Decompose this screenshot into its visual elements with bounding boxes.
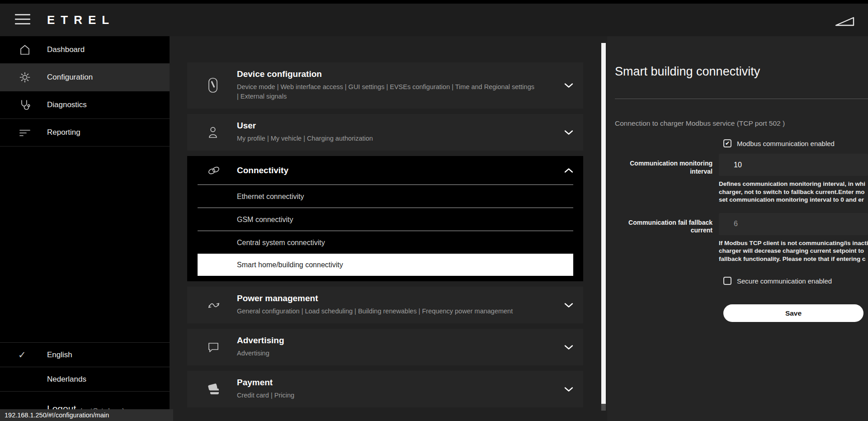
field-label: Communication fail fallback current — [615, 213, 712, 263]
section-device-configuration[interactable]: Device configuration Device mode | Web i… — [187, 62, 583, 109]
credit-cards-icon — [207, 383, 221, 396]
section-subtitle: General configuration | Load scheduling … — [237, 307, 556, 316]
field-communication-monitoring-interval: Communication monitoring interval Define… — [615, 154, 868, 204]
checkbox-label: Modbus communication enabled — [737, 140, 835, 147]
section-title: Connectivity — [237, 166, 288, 175]
section-user[interactable]: User My profile | My vehicle | Charging … — [187, 114, 583, 151]
chevron-up-icon[interactable] — [564, 168, 573, 173]
section-connectivity-expanded: Connectivity Ethernet connectivity GSM c… — [187, 156, 583, 281]
top-bar: ETREL — [0, 4, 868, 36]
monitoring-interval-input[interactable] — [719, 154, 868, 176]
configuration-accordion: Device configuration Device mode | Web i… — [187, 62, 583, 413]
save-button[interactable]: Save — [723, 304, 863, 322]
checkbox-label: Secure communication enabled — [737, 277, 832, 285]
right-panel-scrollbar-thumb[interactable] — [601, 404, 606, 411]
field-description: If Modbus TCP client is not communicatin… — [719, 239, 868, 263]
language-label: English — [47, 350, 72, 360]
check-icon: ✔ — [725, 140, 730, 147]
connectivity-item-list: Ethernet connectivity GSM connectivity C… — [198, 184, 573, 276]
gear-icon — [18, 71, 32, 84]
checkbox-checked[interactable]: ✔ — [723, 139, 731, 147]
etrel-logo: ETREL — [47, 4, 115, 36]
sidebar-item-configuration[interactable]: Configuration — [0, 64, 170, 91]
top-black-strip — [0, 0, 868, 4]
panel-divider — [615, 99, 868, 99]
section-connectivity-header[interactable]: Connectivity — [187, 156, 583, 184]
section-power-management[interactable]: Power management General configuration |… — [187, 287, 583, 323]
secure-communication-checkbox[interactable]: Secure communication enabled — [723, 277, 868, 285]
section-subtitle: My profile | My vehicle | Charging autho… — [237, 134, 556, 143]
section-title: Device configuration — [237, 69, 556, 79]
report-lines-icon — [18, 126, 32, 139]
language-label: Nederlands — [47, 375, 86, 384]
language-item-english[interactable]: ✓ English — [0, 343, 170, 367]
section-payment[interactable]: Payment Credit card | Pricing — [187, 371, 583, 407]
sidebar: Dashboard Configuration Diagnostics Repo… — [0, 36, 170, 421]
home-icon — [18, 43, 32, 56]
section-subtitle: Advertising — [237, 349, 556, 358]
connectivity-item-ethernet[interactable]: Ethernet connectivity — [198, 184, 573, 208]
section-subtitle: Credit card | Pricing — [237, 391, 556, 400]
sidebar-item-label: Diagnostics — [47, 100, 87, 109]
smart-building-connectivity-panel: Smart building connectivity Connection t… — [607, 36, 868, 421]
right-panel-scrollbar[interactable] — [601, 43, 606, 404]
connectivity-item-gsm[interactable]: GSM connectivity — [198, 208, 573, 231]
sidebar-item-label: Configuration — [47, 73, 93, 82]
signal-triangle-icon[interactable] — [835, 15, 855, 27]
chevron-down-icon[interactable] — [564, 345, 573, 350]
status-url-bar: 192.168.1.250/#!/configuration/main — [0, 409, 173, 421]
section-advertising[interactable]: Advertising Advertising — [187, 329, 583, 365]
section-title: Power management — [237, 293, 556, 303]
section-title: Advertising — [237, 336, 556, 345]
checkbox-unchecked[interactable] — [723, 277, 731, 285]
connectivity-item-central-system[interactable]: Central system connectivity — [198, 231, 573, 254]
checkmark-icon: ✓ — [18, 350, 26, 360]
chevron-down-icon[interactable] — [564, 303, 573, 307]
chevron-down-icon[interactable] — [564, 83, 573, 88]
fallback-current-input[interactable] — [719, 213, 868, 235]
power-wave-icon — [207, 300, 221, 311]
device-icon — [207, 77, 219, 94]
field-label: Communication monitoring interval — [615, 154, 712, 204]
modbus-communication-checkbox[interactable]: ✔ Modbus communication enabled — [723, 139, 868, 147]
chevron-down-icon[interactable] — [564, 130, 573, 135]
user-icon — [207, 126, 219, 139]
panel-subtitle: Connection to charger Modbus service (TC… — [615, 119, 868, 128]
link-icon — [207, 166, 221, 175]
field-description: Defines communication monitoring interva… — [719, 180, 868, 204]
connectivity-item-smart-home-selected[interactable]: Smart home/building connectivity — [198, 254, 573, 276]
chevron-down-icon[interactable] — [564, 387, 573, 392]
speech-bubble-icon — [207, 341, 220, 354]
section-subtitle: Device mode | Web interface access | GUI… — [237, 82, 556, 101]
language-item-nederlands[interactable]: Nederlands — [0, 367, 170, 392]
stethoscope-icon — [18, 99, 32, 111]
hamburger-menu-icon[interactable] — [15, 14, 30, 28]
section-title: User — [237, 121, 556, 131]
sidebar-item-reporting[interactable]: Reporting — [0, 119, 170, 147]
sidebar-item-label: Reporting — [47, 128, 80, 137]
sidebar-item-label: Dashboard — [47, 45, 85, 54]
section-title: Payment — [237, 378, 556, 388]
field-communication-fail-fallback-current: Communication fail fallback current If M… — [615, 213, 868, 263]
sidebar-item-dashboard[interactable]: Dashboard — [0, 36, 170, 64]
panel-title: Smart building connectivity — [615, 65, 868, 79]
sidebar-item-diagnostics[interactable]: Diagnostics — [0, 91, 170, 119]
